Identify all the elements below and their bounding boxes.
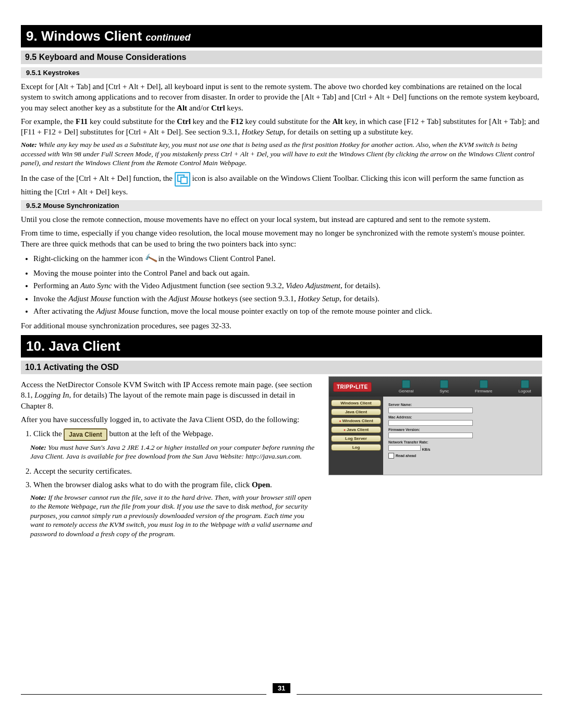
nav-icon [480, 380, 488, 388]
sidebar-btn: Java Client [331, 426, 381, 433]
paragraph: Access the NetDirector Console KVM Switc… [21, 379, 318, 411]
field-row: Network Transfer Rate: KB/s [388, 439, 536, 452]
step-2: Accept the security certificates. [33, 465, 318, 477]
webpage-body: Windows Client Java Client Windows Clien… [329, 397, 542, 475]
text-input [388, 420, 473, 426]
webpage-screenshot: TRIPP•LITE General Sync Firmware Logout … [328, 376, 542, 475]
ctrl-alt-del-icon [175, 172, 190, 187]
nav-icon [440, 380, 448, 388]
bullet-list: Right-clicking on the hammer icon 🔨 in t… [33, 252, 542, 317]
paragraph: From time to time, especially if you cha… [21, 228, 542, 249]
nav-item: General [399, 380, 413, 393]
section-heading-10: 10. Java Client [21, 335, 542, 357]
list-item: Right-clicking on the hammer icon 🔨 in t… [33, 252, 542, 266]
hammer-icon: 🔨 [143, 251, 158, 268]
text-input [388, 408, 473, 413]
spacer [21, 543, 542, 678]
right-column: TRIPP•LITE General Sync Firmware Logout … [328, 376, 542, 542]
paragraph: For example, the F11 key could substitut… [21, 116, 542, 138]
document-page: 9. Windows Client continued 9.5 Keyboard… [0, 0, 563, 708]
footer-rule [21, 694, 266, 695]
subsection-9-5: 9.5 Keyboard and Mouse Considerations [21, 51, 542, 64]
field-row: Read ahead [388, 453, 536, 459]
webpage-nav: General Sync Firmware Logout [393, 380, 537, 393]
field-row: Server Name: [388, 402, 536, 413]
list-item: Moving the mouse pointer into the Contro… [33, 267, 542, 279]
note: Note: You must have Sun's Java 2 JRE 1.4… [30, 443, 318, 461]
step-3: When the browser dialog asks what to do … [33, 479, 318, 538]
note: Note: If the browser cannot run the file… [30, 493, 318, 539]
checkbox-icon [388, 453, 394, 459]
sidebar-btn: Java Client [331, 409, 381, 415]
paragraph: Except for [Alt + Tab] and [Ctrl + Alt +… [21, 81, 542, 113]
field-row: Firmware Version: [388, 427, 536, 438]
ordered-steps: Click the Java Client button at the left… [33, 428, 318, 538]
subsection-9-5-1: 9.5.1 Keystrokes [21, 67, 542, 78]
sidebar-btn: Windows Client [331, 400, 381, 406]
nav-icon [402, 380, 410, 388]
nav-item: Logout [518, 380, 531, 393]
footer: 31 [21, 678, 542, 698]
sidebar-btn: Windows Client [331, 417, 381, 424]
page-number: 31 [273, 683, 290, 693]
field-row: Mac Address: [388, 414, 536, 426]
paragraph: In the case of the [Ctrl + Alt + Del] fu… [21, 172, 542, 197]
heading-continued: continued [145, 32, 190, 43]
java-client-button: Java Client [64, 428, 107, 441]
two-column-layout: Access the NetDirector Console KVM Switc… [21, 376, 542, 542]
footer-rule [297, 694, 542, 695]
heading-text: 9. Windows Client [26, 28, 145, 44]
webpage-header: TRIPP•LITE General Sync Firmware Logout [329, 377, 542, 397]
step-1: Click the Java Client button at the left… [33, 428, 318, 461]
tripplite-logo: TRIPP•LITE [333, 382, 372, 392]
text-input [388, 445, 421, 451]
list-item: After activating the Adjust Mouse functi… [33, 305, 542, 317]
list-item: Performing an Auto Sync with the Video A… [33, 280, 542, 292]
paragraph: Until you close the remote connection, m… [21, 214, 542, 225]
subsection-9-5-2: 9.5.2 Mouse Synchronization [21, 200, 542, 211]
list-item: Invoke the Adjust Mouse function with th… [33, 293, 542, 305]
subsection-10-1: 10.1 Activating the OSD [21, 361, 542, 374]
nav-icon [521, 380, 529, 388]
webpage-sidebar: Windows Client Java Client Windows Clien… [329, 397, 383, 475]
nav-item: Sync [439, 380, 449, 393]
section-heading-9: 9. Windows Client continued [21, 25, 542, 47]
left-column: Access the NetDirector Console KVM Switc… [21, 376, 318, 542]
sidebar-btn: Log Server [331, 435, 381, 442]
text-input [388, 433, 473, 438]
paragraph: For additional mouse synchronization pro… [21, 320, 542, 331]
nav-item: Firmware [475, 380, 492, 393]
sidebar-btn: Log [331, 444, 381, 451]
webpage-main: Server Name: Mac Address: Firmware Versi… [383, 397, 542, 475]
note: Note: While any key may be used as a Sub… [21, 140, 542, 168]
paragraph: After you have successfully logged in, t… [21, 414, 318, 425]
